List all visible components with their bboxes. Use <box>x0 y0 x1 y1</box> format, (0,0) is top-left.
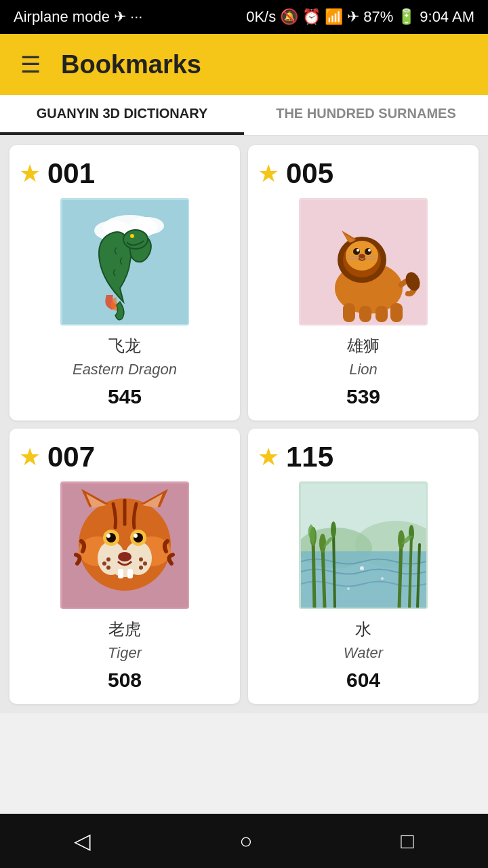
network-speed: 0K/s <box>246 8 276 26</box>
star-icon-007[interactable]: ★ <box>19 443 41 471</box>
svg-point-65 <box>331 521 336 538</box>
tab-bar: GUANYIN 3D DICTIONARY THE HUNDRED SURNAM… <box>0 95 488 136</box>
mute-icon: 🔕 <box>280 8 298 26</box>
svg-point-48 <box>139 566 143 570</box>
card-header-007: ★ 007 <box>19 441 230 473</box>
card-image-001 <box>60 198 189 326</box>
time-label: 9:04 AM <box>420 8 474 26</box>
tab-guanyin[interactable]: GUANYIN 3D DICTIONARY <box>0 95 244 135</box>
card-header-115: ★ 115 <box>258 441 469 473</box>
svg-rect-54 <box>127 569 133 578</box>
flight-icon: ✈ <box>347 8 359 26</box>
page-title: Bookmarks <box>61 50 201 79</box>
menu-icon[interactable]: ☰ <box>20 51 41 78</box>
svg-point-4 <box>123 230 148 249</box>
svg-rect-11 <box>390 303 403 322</box>
card-chinese-005: 雄狮 <box>347 335 380 357</box>
svg-point-45 <box>106 566 110 570</box>
svg-point-17 <box>365 248 371 255</box>
bookmark-card-115[interactable]: ★ 115 <box>248 429 479 704</box>
battery-icon: 🔋 <box>397 8 415 26</box>
svg-point-46 <box>139 557 143 561</box>
airplane-mode-label: Airplane mode ✈ ··· <box>14 8 142 26</box>
home-button[interactable]: ○ <box>239 829 252 854</box>
card-count-001: 545 <box>108 385 142 408</box>
svg-line-60 <box>313 538 314 608</box>
card-count-115: 604 <box>346 669 380 692</box>
svg-point-19 <box>368 249 371 252</box>
svg-rect-10 <box>375 306 388 322</box>
bookmark-card-001[interactable]: ★ 001 <box>9 145 240 420</box>
card-number-115: 115 <box>286 441 333 473</box>
card-chinese-115: 水 <box>355 618 371 640</box>
star-icon-115[interactable]: ★ <box>258 443 279 471</box>
card-image-115 <box>299 481 428 609</box>
card-header-005: ★ 005 <box>258 157 469 190</box>
app-header: ☰ Bookmarks <box>0 34 488 95</box>
svg-point-5 <box>130 234 134 238</box>
svg-point-40 <box>134 534 138 538</box>
card-english-007: Tiger <box>108 644 142 662</box>
tab-surnames[interactable]: THE HUNDRED SURNAMES <box>244 95 488 135</box>
card-image-005 <box>299 198 428 326</box>
card-english-001: Eastern Dragon <box>73 361 177 378</box>
wifi-icon: 📶 <box>325 8 343 26</box>
water-illustration <box>301 484 426 608</box>
card-chinese-001: 飞龙 <box>108 335 141 357</box>
card-count-005: 539 <box>346 385 380 408</box>
card-header-001: ★ 001 <box>19 157 230 190</box>
tiger-illustration <box>62 484 188 608</box>
svg-rect-8 <box>343 303 355 322</box>
card-image-007 <box>60 481 189 609</box>
status-left: Airplane mode ✈ ··· <box>14 8 142 26</box>
bookmark-grid: ★ 001 <box>0 136 488 713</box>
svg-point-67 <box>398 530 405 549</box>
star-icon-005[interactable]: ★ <box>258 159 279 188</box>
card-number-007: 007 <box>47 441 95 473</box>
svg-point-71 <box>360 566 364 570</box>
card-number-001: 001 <box>47 157 95 190</box>
card-number-005: 005 <box>286 157 333 190</box>
status-right: 0K/s 🔕 ⏰ 📶 ✈ 87% 🔋 9:04 AM <box>246 8 474 26</box>
svg-line-64 <box>333 531 335 608</box>
svg-point-43 <box>106 557 110 561</box>
svg-point-20 <box>359 254 365 258</box>
recent-button[interactable]: □ <box>401 829 413 854</box>
card-count-007: 508 <box>108 669 142 692</box>
svg-rect-9 <box>359 306 371 322</box>
svg-rect-53 <box>118 569 123 578</box>
card-english-005: Lion <box>349 361 378 378</box>
alarm-icon: ⏰ <box>302 8 321 26</box>
svg-point-63 <box>319 534 326 553</box>
svg-point-44 <box>102 561 106 566</box>
svg-point-18 <box>357 249 359 252</box>
svg-point-39 <box>106 534 110 538</box>
svg-point-47 <box>143 561 147 566</box>
svg-line-62 <box>323 545 325 608</box>
card-english-115: Water <box>344 644 383 662</box>
status-bar: Airplane mode ✈ ··· 0K/s 🔕 ⏰ 📶 ✈ 87% 🔋 9… <box>0 0 488 34</box>
bookmark-card-005[interactable]: ★ 005 <box>248 145 479 420</box>
svg-point-73 <box>347 587 350 590</box>
battery-label: 87% <box>363 8 393 26</box>
card-chinese-007: 老虎 <box>108 618 141 640</box>
svg-line-66 <box>399 541 401 608</box>
star-icon-001[interactable]: ★ <box>19 159 41 188</box>
bookmark-card-007[interactable]: ★ 007 <box>9 429 240 704</box>
dragon-illustration <box>62 200 188 324</box>
bottom-nav: ◁ ○ □ <box>0 814 488 868</box>
svg-point-16 <box>353 248 360 255</box>
lion-illustration <box>301 200 426 324</box>
svg-point-72 <box>381 577 384 580</box>
back-button[interactable]: ◁ <box>74 828 91 854</box>
